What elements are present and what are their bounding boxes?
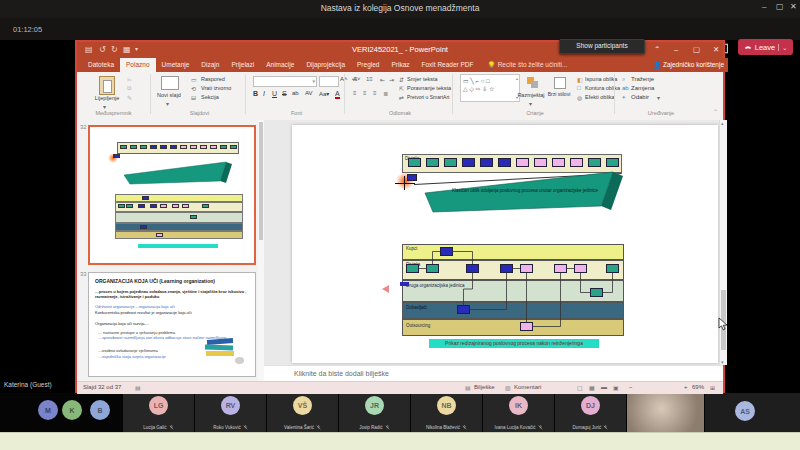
numbering-icon[interactable]: 1≡ xyxy=(366,76,373,82)
cut-icon[interactable]: ✂ xyxy=(127,76,132,83)
ppt-close-icon[interactable]: ✕ xyxy=(713,45,719,54)
leave-button[interactable]: Leave ⌄ xyxy=(738,39,793,55)
leave-options-chevron-icon[interactable]: ⌄ xyxy=(778,44,787,51)
character-spacing-button[interactable]: AV xyxy=(305,90,313,96)
tab-prijelazi[interactable]: Prijelazi xyxy=(225,58,260,72)
participant-tile[interactable]: AS xyxy=(705,393,800,432)
tab-pregled[interactable]: Pregled xyxy=(351,58,385,72)
text-shadow-button[interactable]: ab xyxy=(292,90,299,96)
maximize-icon[interactable]: ▢ xyxy=(776,2,784,11)
paste-icon[interactable] xyxy=(99,76,115,95)
tab-prikaz[interactable]: Prikaz xyxy=(385,58,415,72)
text-direction-button[interactable]: Smjer teksta xyxy=(407,76,438,82)
status-comments-button[interactable]: Komentari xyxy=(514,384,541,390)
font-name-combobox[interactable]: ▾ xyxy=(253,76,317,87)
tab-dizajn[interactable]: Dizajn xyxy=(195,58,225,72)
share-label[interactable]: Zajedničko korištenje xyxy=(663,61,724,68)
decrease-indent-icon[interactable]: ⇤ xyxy=(380,76,385,83)
shape-fill-button[interactable]: Ispuna oblika xyxy=(585,76,617,82)
select-chevron-icon[interactable]: ▾ xyxy=(657,94,660,101)
new-slide-button[interactable]: Novi slajd xyxy=(149,92,189,98)
section-button[interactable]: Sekcija xyxy=(201,94,219,100)
minimize-icon[interactable]: – xyxy=(762,2,766,11)
status-comments-icon[interactable]: ▥ xyxy=(505,384,511,391)
italic-button[interactable]: I xyxy=(263,90,265,97)
change-case-button[interactable]: Aa▾ xyxy=(319,90,329,97)
tab-umetanje[interactable]: Umetanje xyxy=(156,58,196,72)
tab-datoteka[interactable]: Datoteka xyxy=(82,58,120,72)
font-color-button[interactable]: A xyxy=(335,90,340,99)
arrange-chevron-icon[interactable]: ▾ xyxy=(529,100,532,107)
new-slide-chevron-icon[interactable]: ▾ xyxy=(166,100,169,107)
thumbnail-scrollbar-thumb[interactable] xyxy=(259,122,263,240)
participant-tile[interactable]: RV Roko Vuković xyxy=(195,393,266,432)
shape-effects-button[interactable]: Efekti oblika xyxy=(585,94,615,100)
shapes-scroll-up-icon[interactable]: ▴ xyxy=(516,76,518,81)
find-button[interactable]: Traženje xyxy=(631,76,654,82)
select-button[interactable]: Odabir xyxy=(631,94,649,100)
slide33-thumbnail[interactable]: ORGANIZACIJA KOJA UČI (Learning organiza… xyxy=(88,272,256,377)
align-left-icon[interactable]: ≡ xyxy=(353,90,357,96)
close-icon[interactable]: ✕ xyxy=(790,2,797,11)
participant-tile[interactable]: IK Ivana Lucija Kovačić xyxy=(483,393,554,432)
arrange-button[interactable]: Razmještaj xyxy=(515,92,547,98)
justify-icon[interactable]: ≣ xyxy=(383,90,388,97)
participant-video-tile[interactable] xyxy=(627,393,704,432)
status-notes-icon[interactable]: ▤ xyxy=(465,384,471,391)
new-slide-icon[interactable] xyxy=(161,76,179,90)
share-workbook-button[interactable]: 👤 Zajedničko korištenje xyxy=(653,58,724,72)
strikethrough-button[interactable]: S xyxy=(282,90,287,97)
notes-placeholder[interactable]: Kliknite da biste dodali bilješke xyxy=(294,370,389,377)
normal-view-icon[interactable]: ▢ xyxy=(577,384,583,391)
participant-tile[interactable]: LG Lucija Galić xyxy=(123,393,194,432)
collapse-ribbon-icon[interactable]: ⌃ xyxy=(713,108,718,115)
avatar[interactable]: M xyxy=(38,400,58,420)
scroll-up-icon[interactable]: ▴ xyxy=(721,120,724,126)
reading-view-icon[interactable]: ▬ xyxy=(601,384,607,390)
tab-polazno[interactable]: Polazno xyxy=(120,58,156,72)
avatar[interactable]: K xyxy=(62,400,82,420)
paste-chevron-icon[interactable]: ▾ xyxy=(103,103,106,110)
underline-button[interactable]: U xyxy=(272,90,277,97)
participant-tile[interactable]: DJ Domagoj Jurić xyxy=(555,393,626,432)
align-center-icon[interactable]: ≡ xyxy=(363,90,367,96)
avatar[interactable]: B xyxy=(90,400,110,420)
zoom-in-icon[interactable]: + xyxy=(684,384,688,390)
tell-me-box[interactable]: 💡 xyxy=(480,58,496,72)
slide-sorter-view-icon[interactable]: ▦ xyxy=(589,384,595,391)
bullets-icon[interactable]: •≡ xyxy=(352,76,358,82)
convert-smartart-button[interactable]: Pretvori u SmartArt xyxy=(407,94,450,100)
notes-indicator-icon[interactable]: ▤ xyxy=(135,384,141,391)
shapes-gallery[interactable]: ▭ ╲ ⌐ ○ □△ ◇ ⇨ ⇩ ☆ ▴ ▾ xyxy=(460,74,520,102)
layout-button[interactable]: Raspored xyxy=(201,76,225,82)
format-painter-icon[interactable]: ✎ xyxy=(127,94,132,101)
font-size-combobox[interactable] xyxy=(319,76,339,87)
ribbon-display-options-icon[interactable]: ⌃ xyxy=(654,45,660,54)
copy-icon[interactable]: ⧉ xyxy=(127,85,131,92)
replace-button[interactable]: Zamjena xyxy=(631,85,654,91)
bold-button[interactable]: B xyxy=(253,90,258,97)
reset-button[interactable]: Vrati izvorno xyxy=(201,85,231,91)
fit-to-window-icon[interactable]: ⊞ xyxy=(710,384,715,391)
participant-tile[interactable]: VŠ Valentina Šarić xyxy=(267,393,338,432)
slide32-thumbnail[interactable] xyxy=(88,125,256,265)
tab-animacije[interactable]: Animacije xyxy=(260,58,300,72)
zoom-level[interactable]: 69% xyxy=(692,384,704,390)
ppt-restore-icon[interactable]: ▢ xyxy=(693,45,700,54)
participant-tile[interactable]: JR Josip Radić xyxy=(339,393,410,432)
tab-dijaprojekcija[interactable]: Dijaprojekcija xyxy=(300,58,351,72)
font-name-chevron-icon[interactable]: ▾ xyxy=(312,78,315,84)
align-right-icon[interactable]: ≡ xyxy=(373,90,377,96)
notes-pane[interactable]: Kliknite da biste dodali bilješke xyxy=(264,365,723,382)
ppt-minimize-icon[interactable]: – xyxy=(674,45,678,54)
zoom-out-icon[interactable]: − xyxy=(629,384,633,390)
tab-foxit[interactable]: Foxit Reader PDF xyxy=(416,58,480,72)
participant-tile[interactable]: NB Nikolina Blažević xyxy=(411,393,482,432)
tell-me-label[interactable]: Recite što želite učiniti... xyxy=(496,58,568,72)
slideshow-view-icon[interactable]: ▣ xyxy=(613,384,619,391)
quick-styles-button[interactable]: Brzi stilovi xyxy=(545,92,573,98)
increase-indent-icon[interactable]: ⇥ xyxy=(389,76,394,83)
teams-titlebar: Nastava iz kolegija Osnove menadžmenta –… xyxy=(0,0,800,18)
status-notes-button[interactable]: Bilješke xyxy=(474,384,495,390)
align-text-button[interactable]: Poravnanje teksta xyxy=(407,85,451,91)
